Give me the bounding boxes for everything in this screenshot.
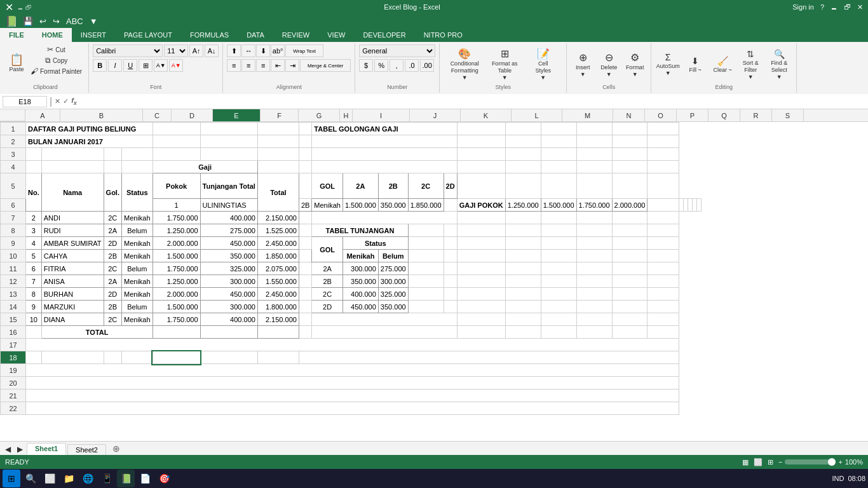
copy-button[interactable]: ⧉ Copy <box>28 55 85 65</box>
excel-taskbar-btn[interactable]: 📗 <box>117 470 135 487</box>
cell-s2[interactable] <box>648 135 679 148</box>
cell-p12[interactable] <box>541 275 576 288</box>
cell-f6[interactable]: 350.000 <box>378 199 408 212</box>
cell-h5[interactable] <box>299 173 311 199</box>
col-header-c[interactable]: C <box>143 109 172 121</box>
cell-h3[interactable] <box>299 148 311 161</box>
decrease-font-btn[interactable]: A↓ <box>205 44 219 57</box>
cell-f10[interactable]: 350.000 <box>200 250 257 262</box>
cell-d12[interactable]: Menikah <box>121 275 153 288</box>
formula-input[interactable] <box>79 98 865 105</box>
cell-e3[interactable] <box>153 148 200 161</box>
cell-n12[interactable] <box>457 275 505 288</box>
row-header-7[interactable]: 7 <box>1 212 26 224</box>
cell-q11[interactable] <box>576 262 612 275</box>
cell-o10[interactable] <box>505 250 541 262</box>
col-header-s[interactable]: S <box>772 109 804 121</box>
cell-a10[interactable]: 5 <box>26 250 42 262</box>
cell-h11[interactable] <box>299 262 311 275</box>
cell-g11[interactable]: 2.075.000 <box>257 262 299 275</box>
cell-o6[interactable] <box>679 199 684 212</box>
cell-c12[interactable]: 2A <box>104 275 121 288</box>
font-family-select[interactable]: Calibri <box>93 44 163 57</box>
cell-a12[interactable]: 7 <box>26 275 42 288</box>
cell-l13[interactable] <box>408 288 444 301</box>
cell-n13[interactable] <box>457 288 505 301</box>
cell-j13[interactable]: 400.000 <box>342 288 378 301</box>
cell-e14[interactable]: 1.500.000 <box>153 301 200 313</box>
cell-r12[interactable] <box>612 275 648 288</box>
cell-i16[interactable] <box>312 326 457 339</box>
tab-developer[interactable]: DEVELOPER <box>354 28 414 42</box>
cell-i3[interactable] <box>312 148 457 161</box>
comma-btn[interactable]: , <box>390 59 403 72</box>
cell-e16[interactable] <box>153 326 200 339</box>
col-header-l[interactable]: L <box>512 109 562 121</box>
cell-k14[interactable]: 350.000 <box>378 301 408 313</box>
cell-n1[interactable] <box>457 123 505 135</box>
row-header-6[interactable]: 6 <box>1 199 26 212</box>
cell-e7[interactable]: 1.750.000 <box>153 212 200 224</box>
col-header-r[interactable]: R <box>740 109 772 121</box>
align-middle-btn[interactable]: ↔ <box>241 44 255 57</box>
cell-c14[interactable]: 2B <box>104 301 121 313</box>
cell-o11[interactable] <box>505 262 541 275</box>
cell-d4[interactable] <box>121 161 153 173</box>
cell-r7[interactable] <box>612 212 648 224</box>
increase-indent-btn[interactable]: ⇥ <box>285 59 299 72</box>
cell-d14[interactable]: Belum <box>121 301 153 313</box>
row-header-10[interactable]: 10 <box>1 250 26 262</box>
col-header-k[interactable]: K <box>461 109 512 121</box>
cell-s3[interactable] <box>648 148 679 161</box>
decrease-indent-btn[interactable]: ⇤ <box>271 59 285 72</box>
cell-b16[interactable]: TOTAL <box>41 326 153 339</box>
cell-q3[interactable] <box>576 148 612 161</box>
clear-btn[interactable]: 🧹 Clear ~ <box>710 46 735 83</box>
cell-m14[interactable] <box>444 301 457 313</box>
row-header-9[interactable]: 9 <box>1 237 26 250</box>
cell-i14[interactable]: 2D <box>312 301 343 313</box>
col-header-j[interactable]: J <box>410 109 461 121</box>
cell-l5[interactable]: 2C <box>408 173 444 199</box>
cell-b5[interactable]: Nama <box>41 173 104 212</box>
cell-b13[interactable]: BURHAN <box>41 288 104 301</box>
row-header-3[interactable]: 3 <box>1 148 26 161</box>
cell-k13[interactable]: 325.000 <box>378 288 408 301</box>
row-header-21[interactable]: 21 <box>1 390 26 402</box>
enter-formula-icon[interactable]: ✓ <box>63 97 69 105</box>
cell-o1[interactable] <box>505 123 541 135</box>
cell-k12[interactable]: 300.000 <box>378 275 408 288</box>
wrap-text-btn[interactable]: Wrap Text <box>285 44 323 57</box>
row-header-8[interactable]: 8 <box>1 224 26 237</box>
cell-reference-box[interactable] <box>3 96 47 107</box>
cell-j10[interactable]: Menikah <box>342 250 378 262</box>
cell-s14[interactable] <box>648 301 679 313</box>
phone-link-btn[interactable]: 📱 <box>98 470 116 487</box>
cell-i8-title[interactable]: TABEL TUNJANGAN <box>312 224 408 237</box>
cell-f16[interactable] <box>200 326 257 339</box>
cell-h1[interactable] <box>299 123 311 135</box>
cut-button[interactable]: ✂ Cut <box>28 44 85 55</box>
cell-h10[interactable] <box>299 250 311 262</box>
find-select-btn[interactable]: 🔍 Find & Select ▼ <box>766 46 792 83</box>
cell-h13[interactable] <box>299 288 311 301</box>
undo-icon[interactable]: ↩ <box>38 16 48 27</box>
minimize-btn[interactable]: 🗕 <box>831 3 837 11</box>
insert-function-icon[interactable]: fx <box>71 97 77 106</box>
cell-m6[interactable]: 2.000.000 <box>612 199 648 212</box>
col-header-b[interactable]: B <box>60 109 143 121</box>
col-header-e[interactable]: E <box>213 109 261 121</box>
cell-i6[interactable]: GAJI POKOK <box>457 199 505 212</box>
cell-n10[interactable] <box>457 250 505 262</box>
col-header-h[interactable]: H <box>340 109 353 121</box>
col-header-n[interactable]: N <box>613 109 645 121</box>
word-taskbar-btn[interactable]: 📄 <box>136 470 154 487</box>
cell-q6[interactable] <box>688 199 693 212</box>
cell-a6-no[interactable]: 1 <box>153 199 200 212</box>
cell-s11[interactable] <box>648 262 679 275</box>
cell-p2[interactable] <box>541 135 576 148</box>
row-header-15[interactable]: 15 <box>1 313 26 326</box>
cell-s8[interactable] <box>648 224 679 237</box>
row-header-16[interactable]: 16 <box>1 326 26 339</box>
cell-g8[interactable]: 1.525.000 <box>257 224 299 237</box>
